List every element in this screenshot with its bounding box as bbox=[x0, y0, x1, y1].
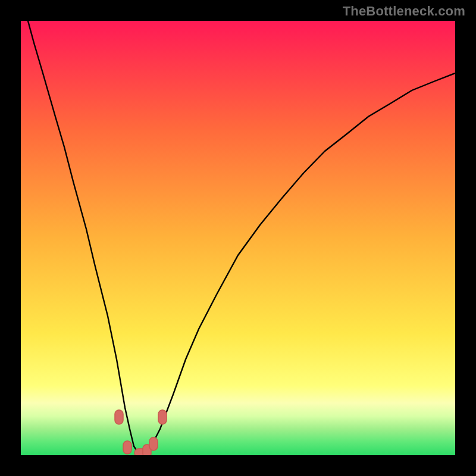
watermark-text: TheBottleneck.com bbox=[343, 4, 465, 19]
gradient-background bbox=[21, 21, 455, 455]
curve-marker bbox=[158, 410, 167, 424]
curve-marker bbox=[123, 441, 131, 454]
curve-marker bbox=[115, 410, 123, 424]
chart-frame: TheBottleneck.com bbox=[0, 0, 476, 476]
plot-area bbox=[21, 21, 455, 455]
curve-marker bbox=[149, 437, 158, 450]
